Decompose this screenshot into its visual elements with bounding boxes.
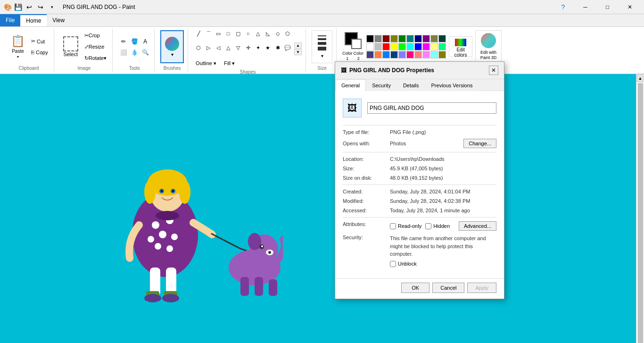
color-swatch[interactable] <box>382 35 390 42</box>
color-swatch[interactable] <box>366 43 374 50</box>
outline-dropdown[interactable]: Outline ▾ <box>194 58 218 68</box>
unblock-checkbox-label[interactable]: Unblock <box>390 261 496 267</box>
color2-box[interactable] <box>351 39 362 49</box>
help-button[interactable]: ? <box>553 0 574 14</box>
copy-button[interactable]: ⎘Copy <box>29 47 50 58</box>
color-swatch[interactable] <box>414 35 422 42</box>
color-swatch[interactable] <box>398 43 406 50</box>
readonly-checkbox-label[interactable]: Read-only <box>390 223 421 229</box>
fill-tool[interactable]: 🪣 <box>129 36 140 47</box>
cut-button[interactable]: ✂Cut <box>29 36 50 47</box>
hidden-checkbox-label[interactable]: Hidden <box>425 223 450 229</box>
color-swatch[interactable] <box>430 43 438 50</box>
qat-save-button[interactable]: 💾 <box>13 2 23 12</box>
brushes-button[interactable]: ▾ <box>160 30 184 63</box>
shapes-scroll-up[interactable]: ▲ <box>294 42 302 49</box>
size-button[interactable]: ▾ <box>312 30 332 63</box>
tab-view[interactable]: View <box>47 14 70 26</box>
shape-rect2[interactable]: □ <box>223 29 233 38</box>
shape-left-arrow[interactable]: ◁ <box>214 43 223 53</box>
shape-4-arrow[interactable]: ✛ <box>243 43 253 53</box>
text-tool[interactable]: A <box>140 36 150 47</box>
color-swatch[interactable] <box>390 43 398 50</box>
pencil-tool[interactable]: ✏ <box>118 36 129 47</box>
eraser-tool[interactable]: ⬜ <box>118 47 129 58</box>
color-swatch[interactable] <box>366 35 374 42</box>
color-swatch[interactable] <box>430 51 438 59</box>
shape-rounded-rect[interactable]: ▢ <box>233 29 243 38</box>
minimize-button[interactable]: ─ <box>575 0 596 14</box>
select-button[interactable]: Select <box>60 35 82 59</box>
shape-ellipse[interactable]: ○ <box>243 29 253 38</box>
edit-with-paint3d-button[interactable]: Edit with Paint 3D <box>475 30 502 63</box>
apply-button[interactable]: Apply <box>467 283 496 293</box>
color-swatch[interactable] <box>406 51 414 59</box>
color1-label[interactable]: Color1 <box>342 51 353 61</box>
tab-previous-versions[interactable]: Previous Versions <box>425 79 479 91</box>
unblock-checkbox[interactable] <box>390 261 396 267</box>
tab-file[interactable]: File <box>0 14 20 26</box>
color-swatch[interactable] <box>374 35 382 42</box>
filename-input[interactable] <box>367 102 496 114</box>
qat-undo-button[interactable]: ↩ <box>24 2 34 12</box>
shape-hex[interactable]: ⬡ <box>194 43 203 53</box>
edit-colors-button[interactable]: Editcolors <box>449 36 472 57</box>
color-swatch[interactable] <box>398 51 406 59</box>
shape-triangle[interactable]: △ <box>253 29 263 38</box>
qat-customize-button[interactable]: ▾ <box>47 2 57 12</box>
change-app-button[interactable]: Change... <box>463 139 496 148</box>
tab-details[interactable]: Details <box>397 79 425 91</box>
shape-diamond[interactable]: ◇ <box>273 29 282 38</box>
color-swatch[interactable] <box>390 51 398 59</box>
shape-line[interactable]: ╱ <box>194 29 203 38</box>
color-swatch[interactable] <box>438 51 446 59</box>
color-swatch[interactable] <box>366 51 374 59</box>
shape-rect[interactable]: ▭ <box>214 29 223 38</box>
color-swatch[interactable] <box>382 43 390 50</box>
shape-down-arrow[interactable]: ▽ <box>233 43 243 53</box>
color-pick-tool[interactable]: 💧 <box>129 47 140 58</box>
qat-redo-button[interactable]: ↪ <box>35 2 46 12</box>
tab-home[interactable]: Home <box>20 14 47 26</box>
scroll-up-arrow[interactable]: ▲ <box>636 74 644 82</box>
shape-star5[interactable]: ★ <box>263 43 272 53</box>
paste-button[interactable]: 📋 Paste ▾ <box>8 33 28 60</box>
color-swatch[interactable] <box>422 51 430 59</box>
shape-right-arrow[interactable]: ▷ <box>204 43 213 53</box>
color-swatch[interactable] <box>438 43 446 50</box>
maximize-button[interactable]: □ <box>597 0 618 14</box>
resize-button[interactable]: ⤢ Resize <box>83 42 108 52</box>
shape-curve[interactable]: ⌒ <box>204 29 213 38</box>
shape-star4[interactable]: ✦ <box>253 43 263 53</box>
tab-security[interactable]: Security <box>366 79 397 91</box>
shape-pentagon[interactable]: ⬠ <box>283 29 292 38</box>
color-swatch[interactable] <box>374 51 382 59</box>
fill-dropdown[interactable]: Fill ▾ <box>222 58 237 68</box>
shape-right-triangle[interactable]: ◺ <box>263 29 272 38</box>
cancel-button[interactable]: Cancel <box>432 283 464 293</box>
rotate-button[interactable]: ↻ Rotate ▾ <box>83 53 108 63</box>
color-swatch[interactable] <box>422 43 430 50</box>
color-swatch[interactable] <box>382 51 390 59</box>
shape-up-arrow[interactable]: △ <box>223 43 233 53</box>
dialog-close-button[interactable]: ✕ <box>489 66 498 75</box>
readonly-checkbox[interactable] <box>390 223 396 229</box>
color-swatch[interactable] <box>438 35 446 42</box>
scroll-thumb[interactable] <box>638 83 643 343</box>
color-swatch[interactable] <box>398 35 406 42</box>
color-swatch[interactable] <box>430 35 438 42</box>
hidden-checkbox[interactable] <box>425 223 431 229</box>
advanced-button[interactable]: Advanced... <box>459 221 496 231</box>
shape-callout[interactable]: 💬 <box>283 43 292 53</box>
color-swatch[interactable] <box>406 43 414 50</box>
close-button[interactable]: ✕ <box>619 0 640 14</box>
color-swatch[interactable] <box>374 43 382 50</box>
shape-star6[interactable]: ✱ <box>273 43 282 53</box>
color-swatch[interactable] <box>406 35 414 42</box>
color-swatch[interactable] <box>414 43 422 50</box>
shapes-scroll-down[interactable]: ▼ <box>294 49 302 55</box>
ok-button[interactable]: OK <box>401 283 429 293</box>
magnify-tool[interactable]: 🔍 <box>140 47 150 58</box>
tab-general[interactable]: General <box>335 79 366 91</box>
color-swatch[interactable] <box>422 35 430 42</box>
